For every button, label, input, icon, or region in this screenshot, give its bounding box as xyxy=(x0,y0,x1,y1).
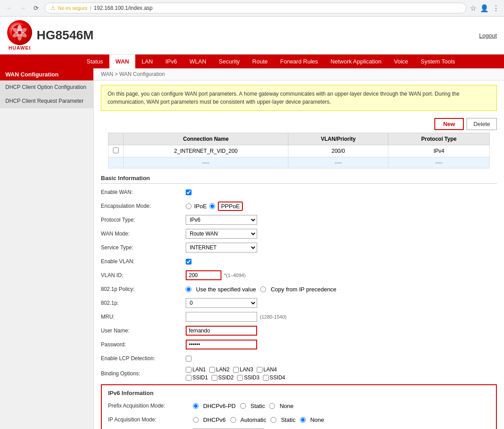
back-button[interactable]: ← xyxy=(4,3,14,13)
sidebar-item-dhcp-param[interactable]: DHCP Client Request Parameter xyxy=(0,94,93,108)
ssid2-checkbox[interactable] xyxy=(212,375,217,381)
ssid1-checkbox[interactable] xyxy=(186,375,192,381)
profile-button[interactable]: 👤 xyxy=(480,4,489,13)
binding-lan4: LAN4 xyxy=(257,366,277,373)
policy-copy-label: Copy from IP precedence xyxy=(271,286,336,293)
table-row[interactable]: 2_INTERNET_R_VID_200 200/0 IPv4 xyxy=(108,145,490,157)
breadcrumb: WAN > WAN Configuration xyxy=(94,68,504,80)
nav-voice[interactable]: Voice xyxy=(387,55,414,68)
lan4-label: LAN4 xyxy=(263,366,277,373)
dash-cell-2: ---- xyxy=(124,157,288,168)
prefix-dhcpv6pd-label: DHCPv6-PD xyxy=(203,403,236,409)
browser-bar: ← → ⟳ ⚠ No es seguro | 192.168.100.1/ind… xyxy=(0,0,504,17)
protocol-type-select[interactable]: IPv4 IPv6 IPv4/IPv6 xyxy=(186,215,257,225)
prefix-none-radio[interactable] xyxy=(269,403,275,409)
dot1p-select[interactable]: 0 1 2 3 4 5 6 7 xyxy=(186,298,257,308)
binding-lan-row: LAN1 LAN2 LAN3 LAN4 xyxy=(186,366,277,373)
policy-control: Use the specified value Copy from IP pre… xyxy=(186,286,497,293)
enable-vlan-checkbox[interactable] xyxy=(186,259,192,265)
username-input[interactable] xyxy=(186,326,257,336)
ip-static-radio[interactable] xyxy=(271,417,276,423)
policy-specified-radio[interactable] xyxy=(186,286,192,292)
lcp-checkbox[interactable] xyxy=(186,356,192,362)
ip-automatic-radio[interactable] xyxy=(230,417,236,423)
binding-row: Binding Options: LAN1 LAN2 L xyxy=(101,366,497,381)
lan2-label: LAN2 xyxy=(216,366,229,373)
dot1p-control: 0 1 2 3 4 5 6 7 xyxy=(186,298,497,308)
vlan-id-label: VLAN ID: xyxy=(101,272,186,278)
dash-cell-3: ---- xyxy=(288,157,388,168)
ssid3-label: SSID3 xyxy=(244,374,259,381)
info-box: On this page, you can configure WAN port… xyxy=(101,85,497,111)
logout-button[interactable]: Logout xyxy=(479,32,497,39)
mru-input[interactable] xyxy=(186,312,257,322)
encapsulation-row: Encapsulation Mode: IPoE PPPoE xyxy=(101,200,497,212)
lan2-checkbox[interactable] xyxy=(209,367,215,373)
vlan-id-hint: *(1–4094) xyxy=(224,273,246,278)
service-type-select[interactable]: INTERNET TR069 VOIP OTHER xyxy=(186,243,257,252)
prefix-static-label: Static xyxy=(250,403,265,409)
ssid1-label: SSID1 xyxy=(192,374,208,381)
lan4-checkbox[interactable] xyxy=(257,367,262,373)
nav-system-tools[interactable]: System Tools xyxy=(414,55,461,68)
ssid3-checkbox[interactable] xyxy=(237,375,243,381)
url-bar[interactable]: ⚠ No es seguro | 192.168.100.1/index.asp xyxy=(45,3,467,13)
enable-wan-checkbox[interactable] xyxy=(186,189,192,195)
mru-row: MRU: (1280-1540) xyxy=(101,311,497,323)
breadcrumb-text: WAN > WAN Configuration xyxy=(101,71,165,77)
lan3-checkbox[interactable] xyxy=(233,367,239,373)
reload-button[interactable]: ⟳ xyxy=(31,3,41,13)
nav-lan[interactable]: LAN xyxy=(135,55,159,68)
policy-row: 802.1p Policy: Use the specified value C… xyxy=(101,283,497,295)
enable-wan-label: Enable WAN: xyxy=(101,189,186,195)
password-input[interactable] xyxy=(186,340,257,349)
basic-info-title: Basic Information xyxy=(101,172,497,184)
mru-hint: (1280-1540) xyxy=(260,314,287,320)
ipoe-radio[interactable] xyxy=(186,203,192,209)
vlan-id-control: *(1–4094) xyxy=(186,270,497,280)
row-checkbox-cell[interactable] xyxy=(108,145,124,157)
ipv6-section: IPv6 Information Prefix Acquisition Mode… xyxy=(101,384,497,429)
forward-button[interactable]: → xyxy=(18,3,28,13)
nav-forward-rules[interactable]: Forward Rules xyxy=(274,55,325,68)
policy-copy-radio[interactable] xyxy=(260,286,266,292)
ip-dhcpv6-label: DHCPv6 xyxy=(203,416,226,423)
nav-status[interactable]: Status xyxy=(80,55,109,68)
nav-security[interactable]: Security xyxy=(212,55,246,68)
pppoe-radio[interactable] xyxy=(209,203,215,209)
encapsulation-label: Encapsulation Mode: xyxy=(101,203,186,209)
menu-button[interactable]: ⋮ xyxy=(492,4,500,13)
nav-wlan[interactable]: WLAN xyxy=(183,55,213,68)
logo-area: HUAWEI HG8546M xyxy=(7,20,94,50)
ip-none-label: None xyxy=(310,416,324,423)
col-connection-name: Connection Name xyxy=(124,133,288,145)
wan-mode-row: WAN Mode: Route WAN Bridge WAN xyxy=(101,228,497,240)
vlan-id-input[interactable] xyxy=(186,270,221,280)
nav-network-app[interactable]: Network Application xyxy=(324,55,387,68)
username-label: User Name: xyxy=(101,328,186,334)
nav-route[interactable]: Route xyxy=(246,55,274,68)
wan-mode-select[interactable]: Route WAN Bridge WAN xyxy=(186,229,257,239)
ip-dhcpv6-radio[interactable] xyxy=(193,417,199,423)
lan1-checkbox[interactable] xyxy=(186,367,192,373)
bookmark-button[interactable]: ☆ xyxy=(470,4,476,13)
device-title: HG8546M xyxy=(37,28,94,42)
delete-button[interactable]: Delete xyxy=(467,118,497,130)
enable-vlan-control xyxy=(186,259,497,265)
password-label: Password: xyxy=(101,341,186,348)
sidebar-item-dhcp-option[interactable]: DHCP Client Option Configuration xyxy=(0,80,93,94)
pppoe-label: PPPoE xyxy=(218,202,243,211)
lcp-label: Enable LCP Detection: xyxy=(101,355,186,362)
nav-wan[interactable]: WAN xyxy=(109,55,135,68)
binding-ssid1: SSID1 xyxy=(186,374,208,381)
nav-ipv6[interactable]: IPv6 xyxy=(159,55,183,68)
new-button[interactable]: New xyxy=(434,118,464,130)
ip-none-radio[interactable] xyxy=(300,417,306,423)
row-checkbox[interactable] xyxy=(113,147,119,153)
prefix-dhcpv6pd-radio[interactable] xyxy=(193,403,199,409)
prefix-static-radio[interactable] xyxy=(240,403,246,409)
ipoe-label: IPoE xyxy=(194,203,207,210)
ssid4-checkbox[interactable] xyxy=(263,375,269,381)
lcp-row: Enable LCP Detection: xyxy=(101,353,497,364)
toolbar: New Delete xyxy=(94,115,504,133)
